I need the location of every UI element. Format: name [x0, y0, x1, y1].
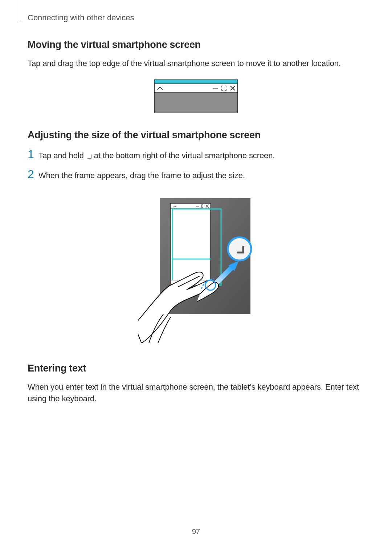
page-number: 97 [0, 528, 392, 536]
heading-moving: Moving the virtual smartphone screen [28, 39, 364, 50]
list-item: 1 Tap and hold at the bottom right of th… [28, 148, 364, 162]
step-text-pre: Tap and hold [38, 151, 86, 160]
chevron-up-icon [157, 86, 163, 90]
svg-rect-4 [171, 204, 211, 285]
step-number: 2 [28, 168, 38, 180]
expand-icon [221, 86, 226, 91]
corner-tab [19, 0, 23, 22]
list-item: 2 When the frame appears, drag the frame… [28, 168, 364, 181]
heading-adjusting: Adjusting the size of the virtual smartp… [28, 130, 364, 141]
drag-handle-top [154, 79, 238, 84]
svg-rect-5 [171, 204, 211, 209]
step-text-post: at the bottom right of the virtual smart… [94, 151, 275, 160]
svg-point-20 [228, 237, 251, 260]
heading-entering: Entering text [28, 363, 364, 374]
close-icon [230, 86, 235, 91]
paragraph-entering: When you enter text in the virtual smart… [28, 381, 364, 405]
step-number: 1 [28, 148, 38, 160]
numbered-list: 1 Tap and hold at the bottom right of th… [28, 148, 364, 181]
paragraph-moving: Tap and drag the top edge of the virtual… [28, 58, 364, 69]
minimize-icon [213, 87, 218, 89]
breadcrumb: Connecting with other devices [28, 13, 134, 22]
figure-virtual-screen-topbar [154, 79, 238, 113]
resize-corner-icon [86, 151, 92, 162]
step-text-pre: When the frame appears, drag the frame t… [38, 171, 245, 180]
figure-resize-gesture [138, 194, 254, 345]
